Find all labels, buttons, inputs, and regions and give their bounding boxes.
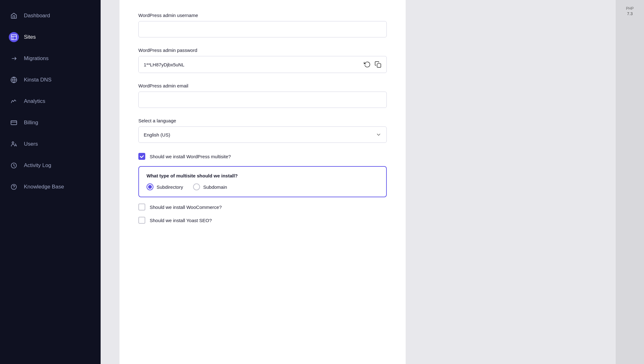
copy-password-button[interactable] xyxy=(373,60,383,69)
multisite-radio-group: Subdirectory Subdomain xyxy=(147,183,379,190)
form-panel: WordPress admin username WordPress admin… xyxy=(119,0,406,364)
right-panel: PHP 7.3 xyxy=(616,0,644,364)
subdomain-radio[interactable] xyxy=(193,183,200,190)
yoast-checkbox-label: Should we install Yoast SEO? xyxy=(150,218,212,223)
sidebar: Dashboard Sites Migrations xyxy=(0,0,101,364)
sites-icon xyxy=(10,34,17,41)
home-icon-wrap xyxy=(9,11,19,21)
woocommerce-checkbox-label: Should we install WooCommerce? xyxy=(150,204,222,210)
svg-rect-1 xyxy=(11,121,17,125)
sidebar-item-label: Sites xyxy=(24,34,36,40)
help-icon xyxy=(10,183,17,190)
sidebar-item-label: Users xyxy=(24,141,38,147)
billing-icon-wrap xyxy=(9,118,19,128)
username-input[interactable] xyxy=(138,21,387,37)
language-select-wrap: English (US) xyxy=(138,126,387,143)
analytics-icon-wrap xyxy=(9,96,19,106)
woocommerce-checkbox[interactable] xyxy=(138,204,145,210)
yoast-checkbox-row[interactable]: Should we install Yoast SEO? xyxy=(138,217,387,224)
chevron-down-icon xyxy=(376,132,381,137)
checkmark-icon xyxy=(140,154,144,159)
migrations-icon-wrap xyxy=(9,53,19,64)
yoast-checkbox[interactable] xyxy=(138,217,145,224)
users-icon-wrap xyxy=(9,139,19,149)
migrations-icon xyxy=(10,55,17,62)
sidebar-item-label: Analytics xyxy=(24,98,45,104)
username-label: WordPress admin username xyxy=(138,13,387,18)
language-selected-value: English (US) xyxy=(144,132,170,137)
sidebar-item-knowledge-base[interactable]: Knowledge Base xyxy=(0,176,101,198)
php-label: PHP xyxy=(626,6,634,11)
analytics-icon xyxy=(10,98,17,105)
refresh-icon xyxy=(364,61,371,68)
password-group: WordPress admin password xyxy=(138,48,387,73)
svg-point-6 xyxy=(14,188,14,188)
multisite-type-title: What type of multisite should we install… xyxy=(147,173,379,178)
subdirectory-option[interactable]: Subdirectory xyxy=(147,183,183,190)
password-field-wrap xyxy=(138,56,387,73)
php-version: 7.3 xyxy=(627,11,633,16)
language-label: Select a language xyxy=(138,118,387,123)
copy-icon xyxy=(375,61,381,68)
sidebar-item-billing[interactable]: Billing xyxy=(0,112,101,133)
sidebar-item-label: Kinsta DNS xyxy=(24,77,52,83)
multisite-checkbox-row[interactable]: Should we install WordPress multisite? xyxy=(138,153,387,160)
language-group: Select a language English (US) xyxy=(138,118,387,143)
sidebar-item-dashboard[interactable]: Dashboard xyxy=(0,5,101,26)
svg-point-4 xyxy=(14,165,14,166)
subdomain-label: Subdomain xyxy=(203,184,227,190)
multisite-checkbox-label: Should we install WordPress multisite? xyxy=(150,154,231,159)
dns-icon-wrap xyxy=(9,75,19,85)
sidebar-item-label: Activity Log xyxy=(24,162,51,169)
activity-icon xyxy=(10,162,17,169)
multisite-checkbox[interactable] xyxy=(138,153,145,160)
billing-icon xyxy=(10,119,17,126)
svg-rect-7 xyxy=(377,64,381,67)
sidebar-item-label: Migrations xyxy=(24,55,48,62)
password-label: WordPress admin password xyxy=(138,48,387,53)
sidebar-item-kinsta-dns[interactable]: Kinsta DNS xyxy=(0,69,101,91)
woocommerce-checkbox-row[interactable]: Should we install WooCommerce? xyxy=(138,204,387,210)
svg-rect-0 xyxy=(11,35,17,40)
sidebar-item-label: Billing xyxy=(24,120,38,126)
subdirectory-radio[interactable] xyxy=(147,183,153,190)
subdomain-option[interactable]: Subdomain xyxy=(193,183,227,190)
main-content: WordPress admin username WordPress admin… xyxy=(101,0,616,364)
dns-icon xyxy=(10,76,17,83)
activity-icon-wrap xyxy=(9,160,19,171)
sidebar-item-label: Dashboard xyxy=(24,13,50,19)
username-group: WordPress admin username xyxy=(138,13,387,37)
regenerate-password-button[interactable] xyxy=(363,60,372,69)
sidebar-item-users[interactable]: Users xyxy=(0,133,101,155)
help-icon-wrap xyxy=(9,182,19,192)
home-icon xyxy=(10,12,17,19)
sidebar-item-activity-log[interactable]: Activity Log xyxy=(0,155,101,176)
sidebar-item-label: Knowledge Base xyxy=(24,184,64,190)
sidebar-item-migrations[interactable]: Migrations xyxy=(0,48,101,69)
language-select[interactable]: English (US) xyxy=(138,126,387,143)
sites-icon-wrap xyxy=(9,32,19,42)
svg-point-2 xyxy=(12,142,14,144)
email-input[interactable] xyxy=(138,92,387,108)
password-input[interactable] xyxy=(139,56,359,73)
multisite-type-box: What type of multisite should we install… xyxy=(138,166,387,197)
password-actions xyxy=(359,60,386,69)
email-group: WordPress admin email xyxy=(138,83,387,108)
email-label: WordPress admin email xyxy=(138,83,387,88)
sidebar-item-sites[interactable]: Sites xyxy=(0,26,101,48)
users-icon xyxy=(10,141,17,148)
subdirectory-label: Subdirectory xyxy=(157,184,183,190)
sidebar-nav: Dashboard Sites Migrations xyxy=(0,0,101,203)
sidebar-item-analytics[interactable]: Analytics xyxy=(0,91,101,112)
